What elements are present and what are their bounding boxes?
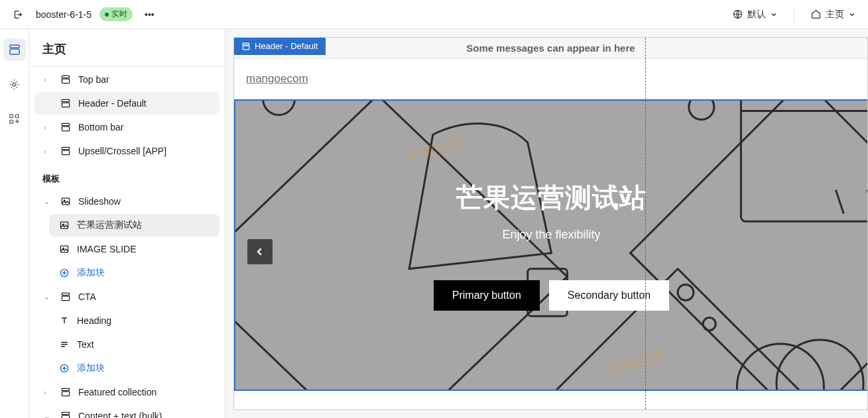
item-label: IMAGE SLIDE (77, 244, 136, 254)
section-item[interactable]: ⌄ CTA (34, 286, 219, 308)
slide-title: 芒果运营测试站 (456, 180, 647, 216)
more-button[interactable]: ••• (141, 7, 158, 23)
section-item[interactable]: › Top bar (34, 68, 219, 91)
item-label: Bottom bar (78, 122, 123, 132)
template-group-label: 模板 (29, 164, 225, 189)
sections-icon (8, 43, 21, 56)
section-item[interactable]: ⌄ Slideshow (34, 190, 219, 213)
svg-point-3 (13, 83, 16, 86)
svg-rect-27 (62, 412, 69, 414)
item-label: CTA (78, 291, 96, 302)
svg-rect-28 (62, 415, 69, 418)
apps-icon (8, 113, 21, 125)
page-dropdown[interactable]: 主页 (806, 6, 860, 23)
globe-icon (732, 9, 743, 20)
item-label: Featured collection (78, 387, 156, 397)
image-icon (58, 243, 70, 255)
plus-icon (58, 267, 70, 279)
section-icon (60, 386, 72, 398)
chevron-down-icon (770, 11, 778, 19)
section-icon (60, 145, 72, 157)
text-icon (58, 315, 70, 327)
preview-header[interactable]: mangoecom (234, 59, 867, 99)
chevron-icon: › (44, 76, 53, 83)
svg-rect-11 (62, 123, 69, 125)
plus-icon (58, 362, 70, 374)
svg-rect-19 (60, 246, 68, 252)
block-item[interactable]: 芒果运营测试站 (49, 214, 219, 236)
chevron-icon: › (44, 388, 53, 396)
item-label: Header - Default (78, 98, 147, 109)
svg-rect-26 (62, 392, 69, 395)
slide-primary-button[interactable]: Primary button (434, 280, 540, 311)
tool-rail (0, 29, 29, 418)
exit-icon (12, 9, 24, 21)
theme-name: booster-6-1-5 (36, 9, 92, 20)
svg-rect-9 (62, 99, 69, 101)
section-item[interactable]: › Upsell/Crossell [APP] (34, 140, 219, 162)
svg-rect-8 (62, 79, 69, 83)
item-label: Text (77, 339, 94, 350)
chevron-down-icon (848, 11, 856, 19)
gear-icon (8, 78, 21, 91)
svg-rect-23 (62, 296, 69, 300)
block-item[interactable]: Heading (49, 309, 219, 332)
canvas-wrap: Header - Default Some messages can appea… (225, 29, 868, 418)
app-topbar: booster-6-1-5 实时 ••• 默认 主页 (0, 0, 868, 29)
block-item[interactable]: IMAGE SLIDE (49, 238, 219, 260)
svg-rect-15 (62, 198, 69, 205)
rail-settings[interactable] (3, 73, 26, 95)
svg-rect-14 (62, 150, 69, 154)
preview-announcement-bar[interactable]: Some messages can appear in here (234, 38, 867, 59)
chevron-icon: ⌄ (44, 412, 53, 419)
svg-rect-22 (62, 293, 69, 295)
chevron-icon: ⌄ (44, 197, 53, 206)
block-item[interactable]: Text (49, 333, 219, 356)
svg-rect-7 (62, 76, 69, 78)
brand-link[interactable]: mangoecom (246, 72, 308, 85)
item-label: Upsell/Crossell [APP] (78, 146, 166, 156)
locale-dropdown[interactable]: 默认 (728, 6, 782, 23)
rail-sections[interactable] (3, 38, 26, 61)
section-icon (60, 410, 72, 418)
image-icon (60, 195, 72, 207)
slide-secondary-button[interactable]: Secondary button (549, 280, 669, 311)
svg-rect-13 (62, 147, 69, 149)
item-label: Heading (77, 315, 111, 326)
block-item[interactable]: 添加块 (49, 262, 219, 284)
para-icon (58, 339, 70, 350)
item-label: 添加块 (77, 362, 105, 374)
svg-rect-29 (243, 43, 249, 45)
preview-canvas: Header - Default Some messages can appea… (233, 37, 868, 410)
svg-rect-2 (10, 49, 19, 54)
section-icon (60, 121, 72, 133)
section-icon (60, 74, 72, 85)
sidebar-title: 主页 (29, 29, 225, 67)
item-label: Content + text (bulk) (78, 411, 162, 418)
svg-rect-12 (62, 127, 69, 131)
slide-subtitle: Enjoy the flexibility (502, 228, 600, 242)
chevron-icon: ⌄ (44, 293, 53, 301)
sidebar: 主页 › Top bar Header - Default › Bottom b… (29, 29, 225, 418)
svg-rect-25 (62, 388, 69, 390)
svg-rect-4 (10, 114, 13, 117)
section-item[interactable]: › Bottom bar (34, 116, 219, 138)
viewport-ruler (645, 38, 646, 409)
preview-slideshow[interactable]: 芒果运营测试站 Enjoy the flexibility Primary bu… (234, 99, 867, 391)
section-icon (60, 97, 72, 109)
selection-tag[interactable]: Header - Default (233, 37, 326, 55)
svg-rect-17 (60, 222, 68, 229)
item-label: Slideshow (78, 196, 121, 207)
rail-apps[interactable] (3, 107, 26, 130)
exit-button[interactable] (8, 6, 28, 23)
section-item[interactable]: › Featured collection (34, 381, 219, 403)
live-badge: 实时 (99, 7, 133, 21)
svg-rect-30 (243, 46, 249, 50)
chevron-icon: › (44, 147, 53, 155)
section-item[interactable]: Header - Default (34, 92, 219, 115)
home-icon (810, 9, 822, 20)
section-item[interactable]: ⌄ Content + text (bulk) (34, 405, 219, 418)
block-item[interactable]: 添加块 (49, 357, 219, 380)
item-label: 芒果运营测试站 (77, 219, 142, 231)
svg-rect-1 (10, 45, 19, 48)
